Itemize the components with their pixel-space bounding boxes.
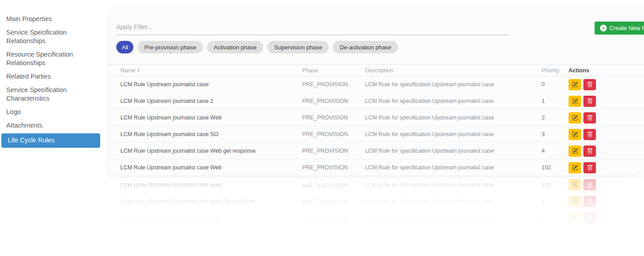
rule-priority: 3 <box>542 131 569 137</box>
pencil-square-icon <box>572 165 578 171</box>
create-new-rule-button[interactable]: Create New Rule <box>595 22 644 35</box>
rule-priority: 3 <box>542 215 569 221</box>
rule-phase: PRE_PROVISION <box>302 81 365 88</box>
rule-name: LCM Rule Upstream journalist case Web ge… <box>109 148 302 154</box>
trash-icon <box>587 182 593 188</box>
column-header-description[interactable]: Description <box>365 67 542 74</box>
edit-rule-button[interactable] <box>569 146 581 157</box>
table-header-row: Name↑ Phase Description Priority Actions <box>109 64 644 76</box>
edit-rule-button[interactable] <box>569 213 581 224</box>
trash-icon <box>587 148 593 154</box>
rule-name: LCM Rule Upstream journalist case Web ge… <box>109 199 302 205</box>
rule-priority: 4 <box>542 199 569 205</box>
column-header-phase[interactable]: Phase <box>302 67 365 74</box>
sidebar-item-service-specification-relationships[interactable]: Service Specification Relationships <box>0 26 109 48</box>
delete-rule-button[interactable] <box>583 79 596 90</box>
trash-icon <box>587 165 593 171</box>
phase-filter-supervision[interactable]: Supervision phase <box>267 41 329 53</box>
column-header-name[interactable]: Name↑ <box>109 67 302 74</box>
rules-table-body: LCM Rule Upstream journalist case PRE_PR… <box>109 76 644 176</box>
rule-name: LCM Rule Upstream journalist case Web <box>109 115 302 121</box>
phase-filter-activation[interactable]: Activation phase <box>207 41 263 53</box>
rule-priority: 2 <box>542 115 569 121</box>
sidebar-item-main-properties[interactable]: Main Properties <box>0 13 109 26</box>
table-reflection: LCM Rule Upstream journalist case SO PRE… <box>109 177 644 239</box>
trash-icon <box>587 199 593 205</box>
table-row: LCM Rule Upstream journalist case SO PRE… <box>109 126 644 143</box>
rule-priority: 102 <box>542 164 569 171</box>
column-header-priority[interactable]: Priority <box>542 67 569 74</box>
sidebar-item-related-parties[interactable]: Related Parties <box>0 70 109 84</box>
rule-priority: 102 <box>542 182 569 188</box>
sidebar-item-resource-specification-relationships[interactable]: Resource Specification Relationships <box>0 48 109 70</box>
pencil-square-icon <box>572 98 578 104</box>
sidebar-item-service-specification-characteristics[interactable]: Service Specification Characteristics <box>0 84 109 106</box>
phase-filter-de-activation[interactable]: De-activation phase <box>333 41 398 53</box>
trash-icon <box>587 115 593 121</box>
rule-description: LCM Rule for specification Upstream jour… <box>365 81 542 88</box>
phase-filter-all[interactable]: All <box>116 41 133 53</box>
delete-rule-button[interactable] <box>583 213 596 224</box>
rule-name: LCM Rule Upstream journalist case 2 <box>109 98 302 104</box>
edit-rule-button[interactable] <box>569 180 581 191</box>
rule-phase: PRE_PROVISION <box>302 199 365 205</box>
edit-rule-button[interactable] <box>569 112 581 124</box>
sidebar-item-attachments[interactable]: Attachments <box>0 119 109 132</box>
rule-phase: PRE_PROVISION <box>302 131 365 137</box>
table-row: LCM Rule Upstream journalist case Web PR… <box>109 110 644 126</box>
trash-icon <box>587 82 593 88</box>
rule-name: LCM Rule Upstream journalist case Web <box>109 164 302 171</box>
delete-rule-button[interactable] <box>583 180 596 191</box>
life-cycle-rules-panel: Create New Rule All Pre-provision phase … <box>109 9 644 176</box>
phase-filter-pre-provision[interactable]: Pre-provision phase <box>137 41 203 53</box>
column-header-actions: Actions <box>569 67 644 74</box>
phase-filter-chips: All Pre-provision phase Activation phase… <box>116 41 398 53</box>
trash-icon <box>587 132 593 137</box>
delete-rule-button[interactable] <box>583 196 596 207</box>
table-row: LCM Rule Upstream journalist case PRE_PR… <box>109 76 644 93</box>
rule-phase: PRE_PROVISION <box>302 182 365 188</box>
delete-rule-button[interactable] <box>583 112 596 124</box>
table-row: LCM Rule Upstream journalist case Web ge… <box>109 193 644 210</box>
table-row: LCM Rule Upstream journalist case Web PR… <box>109 177 644 193</box>
edit-rule-button[interactable] <box>569 162 581 173</box>
table-row: LCM Rule Upstream journalist case Web PR… <box>109 159 644 176</box>
rule-description: LCM Rule for specification Upstream jour… <box>365 148 542 154</box>
sort-ascending-icon: ↑ <box>137 67 140 74</box>
edit-rule-button[interactable] <box>569 79 581 90</box>
sidebar-item-life-cycle-rules[interactable]: Life Cycle Rules <box>1 133 100 148</box>
pencil-square-icon <box>572 199 578 205</box>
rule-priority: 4 <box>542 148 569 154</box>
table-row: LCM Rule Upstream journalist case 2 PRE_… <box>109 93 644 110</box>
rule-phase: PRE_PROVISION <box>302 115 365 121</box>
plus-circle-icon <box>600 25 607 31</box>
filter-input[interactable] <box>116 23 510 35</box>
rule-description: LCM Rule for specification Upstream jour… <box>365 164 542 171</box>
rule-priority: 1 <box>542 98 569 104</box>
rule-phase: PRE_PROVISION <box>302 164 365 171</box>
edit-rule-button[interactable] <box>569 96 581 107</box>
edit-rule-button[interactable] <box>569 196 581 207</box>
delete-rule-button[interactable] <box>583 96 596 107</box>
pencil-square-icon <box>572 216 578 221</box>
rule-description: LCM Rule for specification Upstream jour… <box>365 98 542 104</box>
delete-rule-button[interactable] <box>583 162 596 173</box>
table-row: LCM Rule Upstream journalist case Web ge… <box>109 143 644 159</box>
delete-rule-button[interactable] <box>583 146 596 157</box>
rule-phase: PRE_PROVISION <box>302 98 365 104</box>
pencil-square-icon <box>572 115 578 121</box>
sidebar-item-logo[interactable]: Logo <box>0 106 109 119</box>
rule-name: LCM Rule Upstream journalist case <box>109 81 302 88</box>
trash-icon <box>587 216 593 221</box>
pencil-square-icon <box>572 148 578 154</box>
delete-rule-button[interactable] <box>583 129 596 140</box>
edit-rule-button[interactable] <box>569 129 581 140</box>
pencil-square-icon <box>572 182 578 188</box>
sidebar: Main Properties Service Specification Re… <box>0 13 109 148</box>
rule-name: LCM Rule Upstream journalist case SO <box>109 131 302 137</box>
rule-name: LCM Rule Upstream journalist case SO <box>109 215 302 221</box>
pencil-square-icon <box>572 82 578 88</box>
table-row: LCM Rule Upstream journalist case SO PRE… <box>109 210 644 226</box>
rule-name: LCM Rule Upstream journalist case Web <box>109 182 302 188</box>
rule-description: LCM Rule for specification Upstream jour… <box>365 199 542 205</box>
